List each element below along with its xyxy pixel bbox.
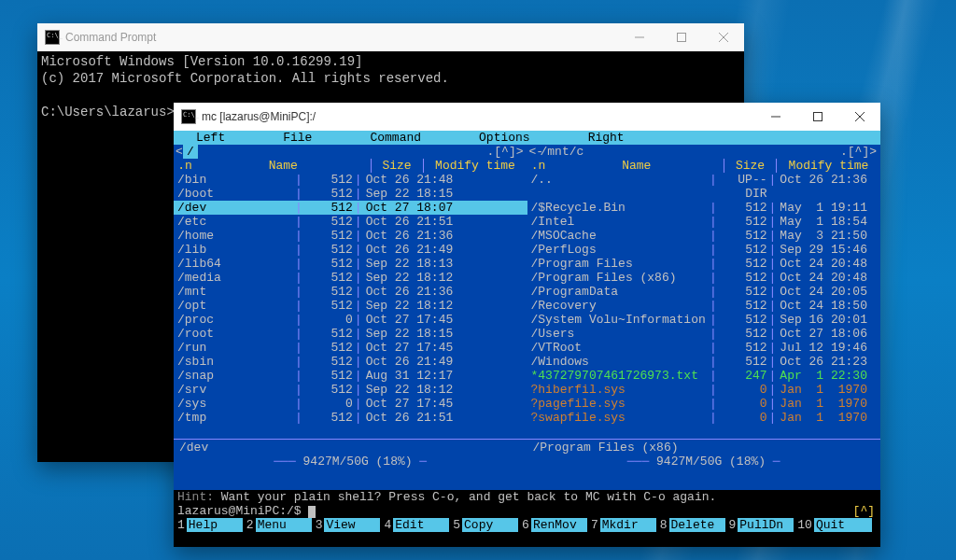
file-row[interactable]: /lib64|512|Sep 22 18:13 xyxy=(174,257,527,271)
right-corner: .[^]> xyxy=(840,145,877,159)
file-name: /bin xyxy=(174,173,295,187)
close-button[interactable] xyxy=(838,103,880,131)
file-size: 512 xyxy=(302,201,355,215)
file-row[interactable]: /Program Files (x86)|512|Oct 24 20:48 xyxy=(527,271,881,285)
minimize-button[interactable] xyxy=(754,103,796,131)
file-size: 512 xyxy=(717,355,769,369)
file-name: /home xyxy=(174,229,295,243)
file-row[interactable]: /MSOCache|512|May 3 21:50 xyxy=(527,229,881,243)
menu-options[interactable]: Options xyxy=(462,131,536,145)
file-row[interactable]: /$Recycle.Bin|512|May 1 19:11 xyxy=(527,201,881,215)
file-mtime: Oct 26 21:23 xyxy=(776,355,880,369)
file-row[interactable]: *437279707461726973.txt|247|Apr 1 22:30 xyxy=(527,369,881,383)
right-path[interactable]: /mnt/c xyxy=(537,145,588,159)
file-row[interactable]: /VTRoot|512|Jul 12 19:46 xyxy=(527,341,881,355)
left-footer-selection: /dev xyxy=(177,440,524,455)
file-size: 512 xyxy=(717,327,769,341)
file-row[interactable]: /..|UP--DIR|Oct 26 21:36 xyxy=(527,173,881,201)
right-pane[interactable]: <- /mnt/c .[^]> .n Name Size Modify time… xyxy=(527,145,881,490)
file-name: /Intel xyxy=(527,215,710,229)
file-row[interactable]: /srv|512|Sep 22 18:12 xyxy=(174,383,527,397)
file-row[interactable]: /System Volu~Information|512|Sep 16 20:0… xyxy=(527,313,881,327)
file-mtime: Oct 26 21:36 xyxy=(362,229,467,243)
menu-file[interactable]: File xyxy=(266,131,317,145)
fkey-edit[interactable]: 4Edit xyxy=(380,518,449,532)
file-name: /sbin xyxy=(174,355,295,369)
file-mtime: Oct 26 21:36 xyxy=(362,285,467,299)
file-row[interactable]: /bin|512|Oct 26 21:48 xyxy=(174,173,527,187)
file-row[interactable]: /PerfLogs|512|Sep 29 15:46 xyxy=(527,243,881,257)
file-size: 247 xyxy=(717,369,769,383)
file-name: /opt xyxy=(174,299,295,313)
file-row[interactable]: ?pagefile.sys|0|Jan 1 1970 xyxy=(527,397,881,411)
file-row[interactable]: /home|512|Oct 26 21:36 xyxy=(174,229,527,243)
fkey-help[interactable]: 1Help xyxy=(174,518,243,532)
file-row[interactable]: /sbin|512|Oct 26 21:49 xyxy=(174,355,527,369)
file-name: /root xyxy=(174,327,295,341)
file-row[interactable]: /root|512|Sep 22 18:15 xyxy=(174,327,527,341)
fkey-view[interactable]: 3View xyxy=(312,518,381,532)
maximize-button[interactable] xyxy=(796,103,838,131)
fkey-quit[interactable]: 10Quit xyxy=(794,518,872,532)
file-size: 512 xyxy=(302,271,355,285)
cmd-titlebar[interactable]: Command Prompt xyxy=(37,23,744,51)
fkey-menu[interactable]: 2Menu xyxy=(243,518,312,532)
menu-command[interactable]: Command xyxy=(353,131,427,145)
file-row[interactable]: /sys|0|Oct 27 17:45 xyxy=(174,397,527,411)
file-row[interactable]: /Intel|512|May 1 18:54 xyxy=(527,215,881,229)
file-row[interactable]: /mnt|512|Oct 26 21:36 xyxy=(174,285,527,299)
file-name: /dev xyxy=(174,201,295,215)
fkey-delete[interactable]: 8Delete xyxy=(656,518,725,532)
file-row[interactable]: /opt|512|Sep 22 18:12 xyxy=(174,299,527,313)
mc-titlebar[interactable]: mc [lazarus@MiniPC]:/ xyxy=(174,103,880,131)
file-mtime: Sep 29 15:46 xyxy=(776,243,880,257)
file-size: 512 xyxy=(302,383,355,397)
left-pane-footer: /dev ─── 9427M/50G (18%) ─ xyxy=(174,439,527,467)
file-row[interactable]: /Recovery|512|Oct 24 18:50 xyxy=(527,299,881,313)
fkey-pulldn[interactable]: 9PullDn xyxy=(725,518,794,532)
mc-window: mc [lazarus@MiniPC]:/ Left File Command … xyxy=(174,103,880,547)
file-row[interactable]: /etc|512|Oct 26 21:51 xyxy=(174,215,527,229)
file-row[interactable]: /run|512|Oct 27 17:45 xyxy=(174,341,527,355)
file-row[interactable]: /Users|512|Oct 27 18:06 xyxy=(527,327,881,341)
left-path[interactable]: / xyxy=(183,145,198,159)
file-size: 512 xyxy=(717,243,769,257)
file-mtime: Oct 24 20:05 xyxy=(776,285,880,299)
fkey-renmov[interactable]: 6RenMov xyxy=(518,518,587,532)
file-size: 512 xyxy=(302,411,355,425)
file-name: /snap xyxy=(174,369,295,383)
fkey-copy[interactable]: 5Copy xyxy=(449,518,518,532)
file-mtime: Jan 1 1970 xyxy=(776,397,880,411)
fkey-mkdir[interactable]: 7Mkdir xyxy=(587,518,656,532)
file-name: *437279707461726973.txt xyxy=(527,369,710,383)
file-row[interactable]: /lib|512|Oct 26 21:49 xyxy=(174,243,527,257)
file-row[interactable]: /Program Files|512|Oct 24 20:48 xyxy=(527,257,881,271)
file-mtime: Oct 27 18:07 xyxy=(362,201,467,215)
cmd-line2: (c) 2017 Microsoft Corporation. All righ… xyxy=(41,71,449,86)
left-pane[interactable]: <- / .[^]> .n Name Size Modify time /bin… xyxy=(174,145,527,490)
mc-prompt[interactable]: lazarus@MiniPC:/$ [^] xyxy=(174,504,880,518)
file-row[interactable]: /ProgramData|512|Oct 24 20:05 xyxy=(527,285,881,299)
file-mtime: May 3 21:50 xyxy=(776,229,880,243)
file-size: 512 xyxy=(717,215,769,229)
menu-right[interactable]: Right xyxy=(571,131,630,145)
right-pane-footer: /Program Files (x86) ─── 9427M/50G (18%)… xyxy=(527,439,881,467)
file-row[interactable]: /Windows|512|Oct 26 21:23 xyxy=(527,355,881,369)
file-size: 512 xyxy=(717,229,769,243)
file-row[interactable]: /boot|512|Sep 22 18:15 xyxy=(174,187,527,201)
file-row[interactable]: /snap|512|Aug 31 12:17 xyxy=(174,369,527,383)
maximize-button[interactable] xyxy=(660,23,702,51)
left-pane-header: <- / .[^]> xyxy=(174,145,527,159)
file-row[interactable]: /dev|512|Oct 27 18:07 xyxy=(174,201,527,215)
file-row[interactable]: ?swapfile.sys|0|Jan 1 1970 xyxy=(527,411,881,425)
cursor xyxy=(308,506,316,518)
file-row[interactable]: /tmp|512|Oct 26 21:51 xyxy=(174,411,527,425)
minimize-button[interactable] xyxy=(618,23,660,51)
close-button[interactable] xyxy=(702,23,744,51)
file-row[interactable]: /proc|0|Oct 27 17:45 xyxy=(174,313,527,327)
file-row[interactable]: /media|512|Sep 22 18:12 xyxy=(174,271,527,285)
file-mtime: Jan 1 1970 xyxy=(776,411,880,425)
file-mtime: Oct 24 20:48 xyxy=(776,257,880,271)
file-row[interactable]: ?hiberfil.sys|0|Jan 1 1970 xyxy=(527,383,881,397)
menu-left[interactable]: Left xyxy=(179,131,231,145)
